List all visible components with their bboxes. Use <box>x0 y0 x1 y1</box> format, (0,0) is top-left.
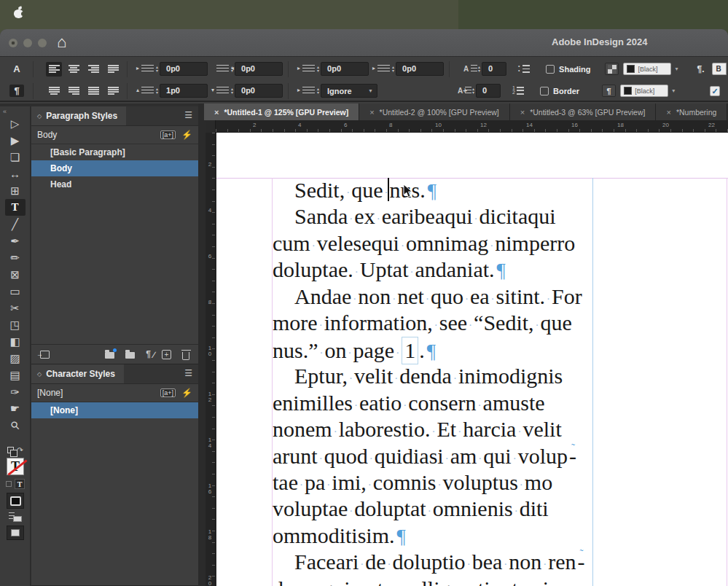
align-center-button[interactable] <box>66 62 82 77</box>
paragraph-style-item[interactable]: [Basic Paragraph] <box>31 144 198 160</box>
stepper[interactable]: ▴▾ <box>317 66 319 73</box>
vertical-ruler[interactable]: 24681 01 21 41 61 82 0 <box>206 133 216 586</box>
space-before-input[interactable]: 1p0 <box>160 84 208 98</box>
type-tool[interactable]: T <box>5 199 26 216</box>
document-tab[interactable]: × *Untitled-3 @ 63% [GPU Preview] <box>510 103 657 120</box>
stepper[interactable]: ▴▾ <box>472 87 474 95</box>
formatting-affects-container-icon[interactable] <box>6 481 12 487</box>
line-tool[interactable]: ╱ <box>5 216 26 233</box>
swap-fill-stroke-icon[interactable]: ↷ <box>17 446 23 454</box>
align-towards-spine-button[interactable] <box>105 84 121 98</box>
text-line[interactable]: nus.”·on·page·1.¶ <box>273 337 436 366</box>
eyedropper-tool[interactable]: ✑ <box>5 383 26 400</box>
direct-selection-tool[interactable]: ▶ <box>5 132 26 149</box>
paragraph-style-item[interactable]: Body <box>31 160 198 176</box>
panel-menu-icon[interactable]: ☰ <box>184 106 198 125</box>
character-formatting-controls-button[interactable]: A <box>6 63 28 75</box>
minimize-window-button[interactable] <box>23 39 32 47</box>
justify-all-button[interactable] <box>85 84 101 98</box>
text-line[interactable]: Eptur,·velit·denda·inimodignis <box>273 363 563 391</box>
horizontal-ruler[interactable]: 246810121416182022 <box>206 120 728 133</box>
delete-style-icon[interactable] <box>182 352 189 360</box>
right-indent-input[interactable]: 0p0 <box>235 62 283 76</box>
create-new-style-icon[interactable]: + <box>162 350 171 359</box>
screen-mode-button[interactable] <box>7 526 24 540</box>
text-frame-right-edge[interactable] <box>592 178 593 586</box>
zoom-window-button[interactable] <box>38 39 47 47</box>
justify-left-button[interactable] <box>105 62 121 77</box>
first-line-indent-input[interactable]: 0p0 <box>321 62 369 76</box>
align-right-button[interactable] <box>85 62 101 77</box>
stepper[interactable]: ▴▾ <box>156 66 158 73</box>
default-fill-stroke-icon[interactable] <box>7 447 14 453</box>
gradient-feather-tool[interactable]: ▨ <box>5 350 26 367</box>
clear-overrides-icon[interactable]: ¶∕ <box>146 349 151 359</box>
zoom-tool[interactable]: ⚲ <box>5 417 26 434</box>
drop-cap-lines-input[interactable]: 0 <box>482 62 506 76</box>
shading-color-dropdown[interactable]: [Black] <box>623 63 671 75</box>
new-style-group-icon[interactable] <box>105 352 114 359</box>
margin-guide-right[interactable] <box>727 178 727 586</box>
ruler-corner[interactable] <box>206 120 216 133</box>
panel-menu-icon[interactable]: ☰ <box>184 364 198 383</box>
border-checkbox[interactable] <box>540 87 549 95</box>
document-tab[interactable]: × *Untitled-2 @ 100% [GPU Preview] <box>359 103 510 120</box>
close-tab-icon[interactable]: × <box>666 108 670 117</box>
numbered-list-icon[interactable]: 12 <box>512 86 524 95</box>
text-line[interactable]: doluptae.·Uptat·andaniat.¶ <box>273 257 506 285</box>
border-color-dropdown[interactable]: [Black] <box>620 85 668 97</box>
stepper[interactable]: ▴▾ <box>392 66 394 73</box>
text-line[interactable]: cum·velesequi·omnimag·nimperro <box>273 230 575 259</box>
apply-fill-button[interactable] <box>7 493 24 509</box>
shading-checkbox[interactable] <box>546 65 555 74</box>
close-window-button[interactable] <box>9 39 17 47</box>
note-tool[interactable]: ▤ <box>5 367 26 383</box>
selection-tool[interactable]: ▷ <box>5 115 26 132</box>
align-to-grid-dropdown[interactable]: Ignore▼ <box>321 84 377 98</box>
stepper[interactable]: ▴▾ <box>478 66 480 73</box>
document-tab[interactable]: × *Untitled-1 @ 125% [GPU Preview] <box>204 103 359 120</box>
style-override-highlighter-icon[interactable]: ⚡ <box>181 130 192 140</box>
text-line[interactable]: arunt·quod·quidiasi·am·qui·volup-˜ <box>273 443 576 472</box>
apple-menu-icon[interactable] <box>14 7 23 18</box>
align-left-button[interactable] <box>46 62 62 77</box>
border-settings-button[interactable]: ¶ <box>602 85 616 97</box>
stepper[interactable]: ▴▾ <box>317 87 319 95</box>
space-after-input[interactable]: 0p0 <box>235 84 283 98</box>
paragraph-formatting-controls-button[interactable]: ¶ <box>6 85 28 97</box>
content-collector-tool[interactable]: ⊞ <box>5 182 26 199</box>
shading-settings-button[interactable] <box>605 63 619 75</box>
rectangle-tool[interactable]: ▭ <box>5 283 26 300</box>
paragraph-style-quick-box[interactable]: B <box>712 63 727 75</box>
paragraph-styles-tab[interactable]: ◇ Paragraph Styles <box>31 106 126 125</box>
formatting-affects-text-icon[interactable]: T <box>15 479 25 489</box>
apply-color-button[interactable] <box>9 512 22 522</box>
chevron-down-icon[interactable]: ▾ <box>672 87 675 94</box>
free-transform-tool[interactable]: ◳ <box>5 316 26 333</box>
bulleted-list-icon[interactable]: •• <box>518 64 530 74</box>
chevron-down-icon[interactable]: ▾ <box>675 66 678 72</box>
collapse-panel-icon[interactable]: « <box>0 108 7 115</box>
current-character-style-row[interactable]: [None] [a+] ⚡ <box>31 384 198 402</box>
text-line[interactable]: Faceari·de·doluptio·bea·non·ren-˜ <box>273 549 585 577</box>
text-line[interactable]: nonem·laborestio.·Et·harcia·velit <box>273 416 562 445</box>
paragraph-style-item[interactable]: Head <box>31 176 198 192</box>
document-canvas[interactable]: Sedit,·que·nus.¶Sanda·ex·earibeaqui·dici… <box>216 133 728 586</box>
close-tab-icon[interactable]: × <box>369 108 374 117</box>
fill-color-indicator[interactable]: T <box>7 458 24 475</box>
justify-center-button[interactable] <box>46 84 62 98</box>
justify-right-button[interactable] <box>66 84 82 98</box>
close-tab-icon[interactable]: × <box>520 108 525 117</box>
style-group-folder-icon[interactable] <box>125 352 135 359</box>
close-tab-icon[interactable]: × <box>214 108 219 117</box>
text-line[interactable]: enimilles·eatio·consern·amuste <box>273 390 545 418</box>
text-line[interactable]: Sanda·ex·earibeaqui·dicitaqui <box>273 203 556 232</box>
gradient-swatch-tool[interactable]: ◧ <box>5 333 26 350</box>
load-styles-icon[interactable]: → <box>40 351 50 359</box>
text-line[interactable]: Andae·non·net·quo·ea·sitint.·For <box>273 284 582 312</box>
stepper[interactable]: ▴▾ <box>231 87 233 95</box>
pencil-tool[interactable]: ✏ <box>5 249 26 266</box>
panel-collapse-icon[interactable]: ◇ <box>37 113 42 120</box>
stepper[interactable]: ▴▾ <box>156 87 158 95</box>
last-line-indent-input[interactable]: 0p0 <box>396 62 444 76</box>
